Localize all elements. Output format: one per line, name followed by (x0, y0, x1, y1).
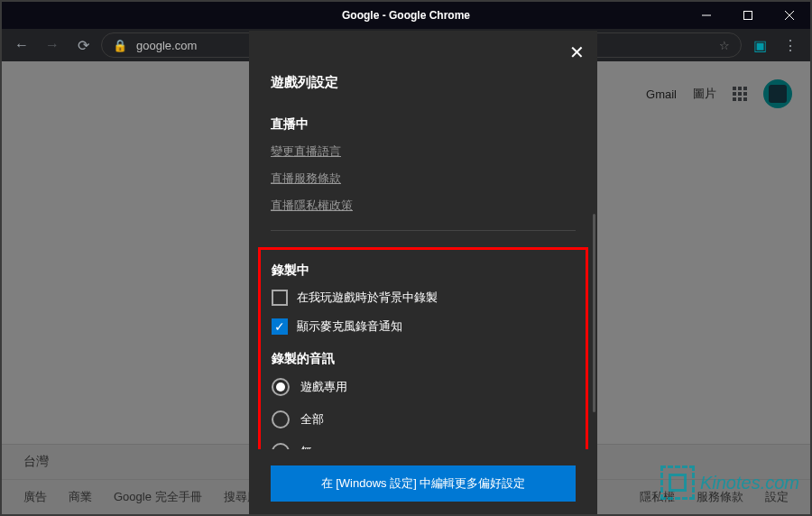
back-button[interactable]: ← (9, 32, 34, 58)
forward-button[interactable]: → (40, 32, 65, 58)
lock-icon: 🔒 (113, 39, 127, 52)
modal-close-button[interactable]: ✕ (569, 41, 585, 63)
radio-all[interactable]: 全部 (272, 410, 575, 428)
radio-game-only[interactable]: 遊戲專用 (272, 378, 575, 396)
divider (271, 230, 576, 231)
svg-rect-1 (744, 12, 752, 20)
modal-title: 遊戲列設定 (249, 31, 597, 106)
section-audio-title: 錄製的音訊 (272, 351, 575, 367)
extension-icon[interactable]: ▣ (747, 32, 772, 58)
radio-icon (272, 443, 290, 449)
section-broadcast-title: 直播中 (271, 116, 576, 133)
radio-none[interactable]: 無 (272, 443, 575, 449)
highlight-annotation: 錄製中 在我玩遊戲時於背景中錄製 ✓ 顯示麥克風錄音通知 錄製的音訊 遊戲專用 … (258, 247, 588, 449)
checkbox-icon (272, 290, 288, 306)
radio-label: 無 (300, 444, 312, 449)
url-text: google.com (136, 39, 197, 52)
checkbox-label: 在我玩遊戲時於背景中錄製 (297, 290, 438, 306)
checkbox-label: 顯示麥克風錄音通知 (297, 318, 402, 335)
checkbox-mic-notify[interactable]: ✓ 顯示麥克風錄音通知 (272, 318, 575, 335)
star-icon[interactable]: ☆ (719, 39, 730, 52)
radio-selected-icon (272, 378, 290, 396)
checkbox-checked-icon: ✓ (272, 318, 288, 335)
radio-label: 全部 (300, 411, 324, 428)
minimize-button[interactable] (686, 2, 727, 29)
radio-label: 遊戲專用 (300, 379, 347, 395)
maximize-button[interactable] (727, 2, 769, 29)
window-titlebar: Google - Google Chrome (2, 2, 810, 29)
radio-icon (272, 410, 290, 428)
link-broadcast-privacy[interactable]: 直播隱私權政策 (271, 198, 576, 214)
checkbox-background-record[interactable]: 在我玩遊戲時於背景中錄製 (272, 290, 575, 306)
close-window-button[interactable] (769, 2, 810, 29)
reload-button[interactable]: ⟳ (70, 32, 96, 58)
window-title: Google - Google Chrome (342, 9, 470, 22)
link-broadcast-terms[interactable]: 直播服務條款 (271, 170, 576, 187)
section-recording-title: 錄製中 (272, 263, 575, 279)
gamebar-settings-modal: ✕ 遊戲列設定 直播中 變更直播語言 直播服務條款 直播隱私權政策 錄製中 在我… (249, 31, 597, 516)
scrollbar-thumb[interactable] (593, 214, 595, 412)
edit-in-windows-settings-button[interactable]: 在 [Windows 設定] 中編輯更多偏好設定 (271, 465, 576, 502)
menu-button[interactable]: ⋮ (778, 32, 803, 58)
link-change-language[interactable]: 變更直播語言 (271, 143, 576, 160)
